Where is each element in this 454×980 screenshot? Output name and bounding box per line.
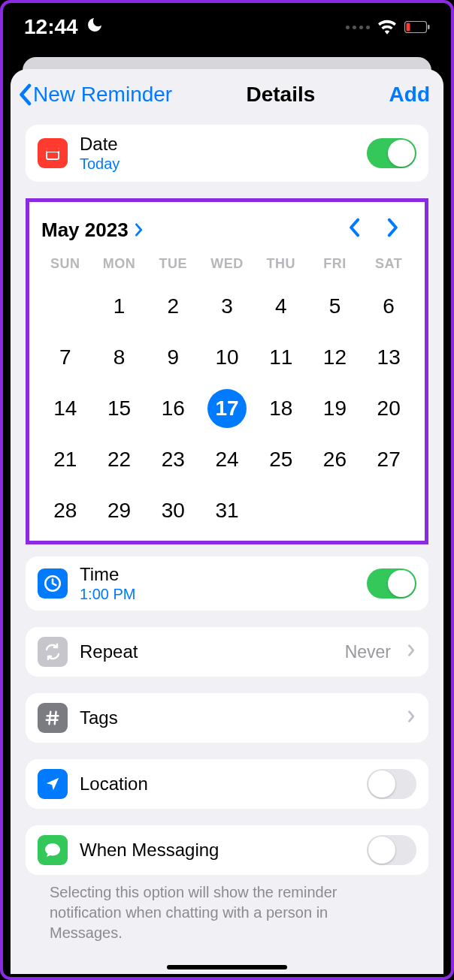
calendar-day[interactable]: 25: [254, 434, 308, 485]
svg-rect-2: [428, 25, 430, 29]
calendar-day[interactable]: 13: [362, 332, 416, 383]
time-row[interactable]: Time 1:00 PM: [26, 556, 428, 611]
date-label: Date: [80, 134, 355, 155]
message-icon: [38, 835, 68, 865]
calendar-month-button[interactable]: May 2023: [41, 219, 144, 242]
messaging-label: When Messaging: [80, 840, 355, 861]
location-toggle[interactable]: [367, 769, 416, 799]
status-time: 12:44: [24, 15, 78, 39]
location-icon: [38, 769, 68, 799]
calendar-day[interactable]: 10: [200, 332, 254, 383]
svg-rect-1: [407, 23, 410, 32]
tags-row[interactable]: Tags: [26, 693, 428, 743]
calendar-next-button[interactable]: [374, 217, 413, 243]
chevron-right-icon: [387, 218, 399, 237]
calendar-weekday: MON: [92, 256, 147, 281]
time-label: Time: [80, 564, 355, 585]
nav-bar: New Reminder Details Add: [11, 69, 443, 125]
svg-line-16: [49, 712, 50, 725]
calendar-grid: SUNMONTUEWEDTHUFRISAT1234567891011121314…: [38, 256, 416, 536]
calendar-day[interactable]: 3: [200, 281, 254, 332]
calendar-day[interactable]: 20: [362, 383, 416, 434]
calendar-day[interactable]: 4: [254, 281, 308, 332]
svg-rect-9: [50, 153, 52, 155]
svg-line-17: [55, 712, 56, 725]
calendar-empty: [38, 281, 92, 332]
chevron-left-icon: [18, 83, 32, 106]
svg-rect-12: [48, 155, 50, 157]
calendar-day[interactable]: 5: [308, 281, 362, 332]
repeat-row[interactable]: Repeat Never: [26, 627, 428, 677]
messaging-row[interactable]: When Messaging: [26, 825, 428, 875]
calendar-day[interactable]: 31: [200, 485, 254, 536]
calendar-day[interactable]: 18: [254, 383, 308, 434]
calendar-day[interactable]: 17: [200, 383, 254, 434]
status-bar: 12:44: [3, 3, 451, 51]
messaging-footer: Selecting this option will show the remi…: [26, 882, 428, 943]
calendar-day[interactable]: 7: [38, 332, 92, 383]
svg-rect-4: [46, 148, 59, 152]
details-sheet: New Reminder Details Add Date Today May …: [11, 69, 443, 974]
time-value: 1:00 PM: [80, 586, 355, 603]
svg-rect-14: [53, 155, 54, 157]
calendar-icon: [38, 138, 68, 168]
add-button[interactable]: Add: [389, 83, 430, 107]
hash-icon: [38, 703, 68, 733]
calendar-weekday: THU: [254, 256, 308, 281]
calendar: May 2023 SUNMONTUEWEDTHUFRISAT1234567891…: [26, 198, 428, 544]
calendar-day[interactable]: 29: [92, 485, 147, 536]
calendar-weekday: TUE: [146, 256, 200, 281]
status-left: 12:44: [24, 15, 104, 39]
calendar-prev-button[interactable]: [334, 217, 374, 243]
home-indicator[interactable]: [167, 965, 287, 969]
svg-rect-10: [53, 153, 54, 155]
repeat-icon: [38, 637, 68, 667]
calendar-day[interactable]: 9: [146, 332, 200, 383]
calendar-day[interactable]: 30: [146, 485, 200, 536]
calendar-day[interactable]: 6: [362, 281, 416, 332]
chevron-right-icon: [407, 708, 416, 728]
calendar-day[interactable]: 28: [38, 485, 92, 536]
calendar-day[interactable]: 12: [308, 332, 362, 383]
calendar-day[interactable]: 1: [92, 281, 147, 332]
back-button[interactable]: New Reminder: [18, 83, 172, 107]
svg-rect-11: [55, 153, 56, 155]
battery-icon: [404, 21, 430, 33]
page-title: Details: [246, 83, 315, 107]
status-right: [346, 20, 430, 35]
calendar-day[interactable]: 11: [254, 332, 308, 383]
date-toggle[interactable]: [367, 138, 416, 168]
chevron-right-icon: [135, 219, 144, 242]
calendar-weekday: WED: [200, 256, 254, 281]
calendar-day[interactable]: 8: [92, 332, 147, 383]
calendar-day[interactable]: 26: [308, 434, 362, 485]
calendar-day[interactable]: 14: [38, 383, 92, 434]
date-value: Today: [80, 155, 355, 173]
location-row[interactable]: Location: [26, 759, 428, 809]
clock-icon: [38, 568, 68, 599]
svg-rect-13: [50, 155, 52, 157]
tags-label: Tags: [80, 707, 391, 728]
calendar-day[interactable]: 22: [92, 434, 147, 485]
calendar-day[interactable]: 24: [200, 434, 254, 485]
messaging-toggle[interactable]: [367, 835, 416, 865]
back-label: New Reminder: [33, 83, 172, 107]
calendar-day[interactable]: 23: [146, 434, 200, 485]
calendar-day[interactable]: 2: [146, 281, 200, 332]
cellular-dots-icon: [346, 26, 370, 29]
wifi-icon: [377, 20, 397, 35]
calendar-day[interactable]: 21: [38, 434, 92, 485]
repeat-label: Repeat: [80, 641, 333, 662]
time-toggle[interactable]: [367, 568, 416, 599]
calendar-day[interactable]: 27: [362, 434, 416, 485]
calendar-day[interactable]: 19: [308, 383, 362, 434]
date-row[interactable]: Date Today: [26, 125, 428, 182]
calendar-weekday: FRI: [308, 256, 362, 281]
calendar-month-label: May 2023: [41, 219, 129, 242]
do-not-disturb-icon: [86, 16, 104, 38]
chevron-left-icon: [348, 218, 360, 237]
location-label: Location: [80, 773, 355, 795]
calendar-day[interactable]: 16: [146, 383, 200, 434]
calendar-weekday: SUN: [38, 256, 92, 281]
calendar-day[interactable]: 15: [92, 383, 147, 434]
